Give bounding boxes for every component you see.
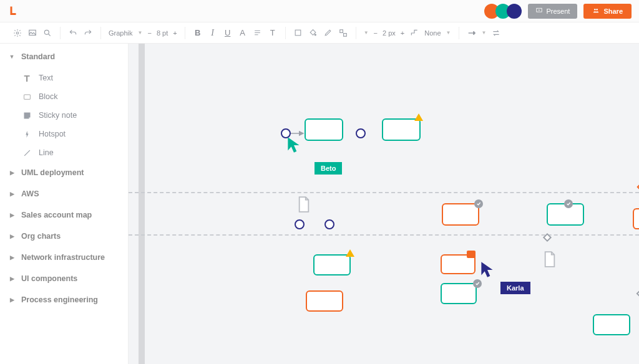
svg-point-1 [595,9,597,11]
sidebar-section-standard[interactable]: ▼ Standard [9,52,119,61]
sidebar-item-sticky[interactable]: Sticky note [21,106,119,125]
font-family-select[interactable]: Graphik [109,29,133,37]
svg-rect-8 [339,29,343,32]
bpmn-task[interactable] [313,254,351,275]
connector-icon[interactable] [409,28,419,38]
sidebar-item-label: Text [39,74,53,82]
svg-point-2 [597,9,598,11]
search-icon[interactable] [42,28,52,38]
font-size-value[interactable]: 8 pt [157,29,168,37]
swimlane-divider [129,192,639,193]
line-style-select[interactable]: None [424,29,441,37]
collaborator-cursor-label: Beto [315,162,342,175]
collaborator-avatars [488,4,522,19]
sticky-note-icon [21,110,32,121]
warning-badge-icon [414,113,423,121]
sidebar-category-uml[interactable]: ▶UML deployment [9,162,119,183]
diagram-canvas[interactable]: Beto Karla Dax [129,44,639,364]
sidebar-item-label: Hotspot [39,130,66,138]
format-toolbar: Graphik▼ − 8 pt + B I U A T ▼ − 2 px + [0,22,639,44]
bpmn-start-event[interactable] [295,219,305,229]
undo-icon[interactable] [68,28,78,38]
collaborator-cursor-icon [286,136,302,157]
svg-point-3 [16,32,19,34]
bpmn-start-event[interactable] [324,219,334,229]
bucket-icon[interactable] [308,28,318,38]
chevron-right-icon: ▶ [9,275,15,282]
bpmn-gateway[interactable] [637,183,639,190]
chevron-right-icon: ▶ [9,212,15,218]
bpmn-task[interactable] [442,203,479,226]
stroke-decrement[interactable]: − [374,29,378,37]
svg-point-7 [315,34,316,36]
svg-rect-10 [24,94,30,99]
avatar[interactable] [507,4,522,19]
sidebar-category-org[interactable]: ▶Org charts [9,226,119,247]
text-tool-icon[interactable]: T [268,28,278,38]
sidebar-category-ui[interactable]: ▶UI components [9,268,119,289]
hotspot-icon [21,128,32,140]
svg-rect-6 [295,30,301,36]
sidebar-category-network[interactable]: ▶Network infrastructure [9,247,119,268]
bpmn-task[interactable] [382,118,421,141]
chevron-down-icon: ▼ [9,54,15,60]
block-icon [21,91,32,102]
pencil-icon[interactable] [323,28,333,38]
swimlane-divider [129,234,639,236]
sidebar-item-label: Block [39,92,58,101]
stroke-width-value[interactable]: 2 px [383,29,396,37]
bpmn-task[interactable] [593,314,630,335]
align-icon[interactable] [253,28,263,38]
gear-icon[interactable] [12,28,22,38]
play-icon [535,7,543,15]
bpmn-task[interactable] [305,118,343,141]
underline-button[interactable]: U [223,28,233,38]
people-icon [592,7,600,15]
stroke-increment[interactable]: + [401,29,404,37]
shapes-sidebar: ▼ Standard T Text Block Sticky note [0,44,129,364]
chevron-right-icon: ▶ [9,191,15,197]
font-size-increment[interactable]: + [173,29,177,37]
warning-badge-icon [346,249,354,257]
present-label: Present [547,7,570,15]
share-button[interactable]: Share [583,4,632,19]
chevron-right-icon: ▶ [9,297,15,303]
svg-rect-9 [343,33,346,36]
sidebar-category-process[interactable]: ▶Process engineering [9,289,119,310]
shapes-icon[interactable] [338,28,348,38]
italic-button[interactable]: I [208,28,218,38]
swap-icon[interactable] [491,28,501,38]
fill-icon[interactable] [293,28,303,38]
sidebar-category-aws[interactable]: ▶AWS [9,183,119,204]
bpmn-gateway[interactable] [636,284,639,303]
check-badge-icon [474,199,483,208]
image-icon[interactable] [27,28,37,38]
sidebar-item-block[interactable]: Block [21,87,119,106]
collaborator-cursor-icon [479,261,495,282]
bpmn-task[interactable] [306,290,343,312]
sidebar-item-label: Line [39,148,54,157]
bpmn-task[interactable] [633,208,639,229]
redo-icon[interactable] [83,28,93,38]
chevron-right-icon: ▶ [9,254,15,261]
bpmn-start-event[interactable] [356,128,366,138]
bold-button[interactable]: B [193,28,203,38]
font-size-decrement[interactable]: − [147,29,151,37]
collaborator-cursor-label: Karla [500,282,530,294]
text-icon: T [21,72,32,84]
svg-point-5 [44,30,49,34]
present-button[interactable]: Present [528,4,578,19]
document-icon[interactable] [297,196,311,213]
document-icon[interactable] [543,251,557,268]
sidebar-item-text[interactable]: T Text [21,69,119,87]
sidebar-item-line[interactable]: Line [21,143,119,162]
sidebar-category-sales[interactable]: ▶Sales account map [9,204,119,226]
chevron-right-icon: ▶ [9,233,15,239]
share-label: Share [603,7,623,15]
bpmn-task[interactable] [441,283,477,304]
app-header: Present Share [0,0,639,22]
sidebar-item-hotspot[interactable]: Hotspot [21,125,119,143]
arrow-source-icon[interactable] [467,28,477,38]
text-color-icon[interactable]: A [238,28,248,38]
line-icon [21,147,32,158]
